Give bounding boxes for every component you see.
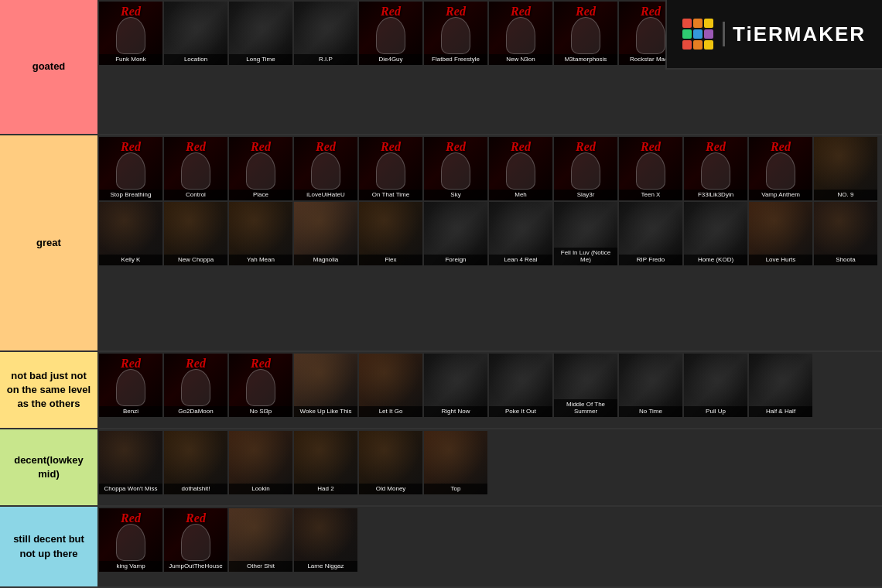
track-item[interactable]: Right Now xyxy=(424,354,487,417)
track-item[interactable]: Shoota xyxy=(814,202,877,265)
item-label: Half & Half xyxy=(749,406,812,417)
figure-art xyxy=(116,369,145,406)
track-item[interactable]: Top xyxy=(424,431,487,494)
track-item[interactable]: RediLoveUiHateU xyxy=(294,137,357,200)
logo-grid xyxy=(682,19,713,50)
track-item[interactable]: New Choppa xyxy=(164,202,227,265)
track-item[interactable]: RIP Fredo xyxy=(619,202,682,265)
item-label: Flatbed Freestyle xyxy=(424,54,487,65)
track-item[interactable]: dothatshit! xyxy=(164,431,227,494)
item-label: JumpOutTheHouse xyxy=(164,561,227,572)
tier-items-still-decent: Redking VampRedJumpOutTheHouseOther Shit… xyxy=(97,507,882,586)
track-item[interactable]: Middle Of The Summer xyxy=(554,354,617,417)
tier-row-great: greatRedStop BreathingRedControlRedPlace… xyxy=(0,135,882,352)
track-item[interactable]: Lean 4 Real xyxy=(489,202,552,265)
track-item[interactable]: NO. 9 xyxy=(814,137,877,200)
track-item[interactable]: RedTeen X xyxy=(619,137,682,200)
item-label: Choppa Won't Miss xyxy=(99,484,162,494)
logo-grid-cell xyxy=(693,29,703,39)
item-label: Lookin xyxy=(229,484,292,494)
item-label: iLoveUiHateU xyxy=(294,190,357,200)
item-label: Foreign xyxy=(424,255,487,265)
track-item[interactable]: RedNo Sl3p xyxy=(229,354,292,417)
track-item[interactable]: Lookin xyxy=(229,431,292,494)
track-item[interactable]: Long Time xyxy=(229,2,292,65)
track-item[interactable]: Love Hurts xyxy=(749,202,812,265)
track-item[interactable]: RedOn That Time xyxy=(359,137,422,200)
track-item[interactable]: RedControl xyxy=(164,137,227,200)
track-item[interactable]: Choppa Won't Miss xyxy=(99,431,162,494)
track-item[interactable]: Old Money xyxy=(359,431,422,494)
track-item[interactable]: RedNew N3on xyxy=(489,2,552,65)
track-item[interactable]: RedF33lLik3Dyin xyxy=(684,137,747,200)
track-item[interactable]: Woke Up Like This xyxy=(294,354,357,417)
tier-row-not-bad: not bad just not on the same level as th… xyxy=(0,352,882,429)
tier-label-not-bad: not bad just not on the same level as th… xyxy=(0,352,97,428)
item-label: Place xyxy=(229,190,292,200)
tiermaker-header: TiERMAKER xyxy=(665,0,882,70)
track-item[interactable]: Other Shit xyxy=(229,508,292,572)
track-item[interactable]: Redking Vamp xyxy=(99,508,162,572)
track-item[interactable]: RedMeh xyxy=(489,137,552,200)
item-label: Let It Go xyxy=(359,406,422,417)
item-label: Long Time xyxy=(229,54,292,65)
figure-art xyxy=(506,152,535,190)
track-item[interactable]: RedVamp Anthem xyxy=(749,137,812,200)
item-label: Other Shit xyxy=(229,561,292,572)
track-item[interactable]: RedGo2DaMoon xyxy=(164,354,227,417)
item-label: F33lLik3Dyin xyxy=(684,190,747,200)
item-label: New Choppa xyxy=(164,255,227,265)
track-item[interactable]: Yah Mean xyxy=(229,202,292,265)
track-item[interactable]: Fell In Luv (Notice Me) xyxy=(554,202,617,265)
track-item[interactable]: Flex xyxy=(359,202,422,265)
tiermaker-logo-text: TiERMAKER xyxy=(723,22,866,46)
figure-art xyxy=(116,524,145,561)
figure-art xyxy=(246,369,275,406)
figure-art xyxy=(181,369,210,406)
track-item[interactable]: Lame Niggaz xyxy=(294,508,357,572)
item-label: Kelly K xyxy=(99,255,162,265)
logo-grid-cell xyxy=(704,40,713,50)
item-label: Middle Of The Summer xyxy=(554,399,617,417)
track-item[interactable]: Half & Half xyxy=(749,354,812,417)
item-label: Vamp Anthem xyxy=(749,190,812,200)
track-item[interactable]: Home (KOD) xyxy=(684,202,747,265)
track-item[interactable]: RedStop Breathing xyxy=(99,137,162,200)
figure-art xyxy=(116,152,145,190)
track-item[interactable]: Had 2 xyxy=(294,431,357,494)
track-item[interactable]: RedJumpOutTheHouse xyxy=(164,508,227,572)
track-item[interactable]: Poke It Out xyxy=(489,354,552,417)
track-item[interactable]: Magnolia xyxy=(294,202,357,265)
track-item[interactable]: R.I.P xyxy=(294,2,357,65)
tier-list: TiERMAKER goatedRedFunk MonkLocationLong… xyxy=(0,0,882,588)
track-item[interactable]: Kelly K xyxy=(99,202,162,265)
track-item[interactable]: RedBenzi xyxy=(99,354,162,417)
item-label: M3tamorphosis xyxy=(554,54,617,65)
track-item[interactable]: RedFunk Monk xyxy=(99,2,162,65)
figure-art xyxy=(181,524,210,561)
item-label: Had 2 xyxy=(294,484,357,494)
tier-items-decent: Choppa Won't Missdothatshit!LookinHad 2O… xyxy=(97,429,882,505)
track-item[interactable]: Location xyxy=(164,2,227,65)
item-label: NO. 9 xyxy=(814,190,877,200)
item-label: Shoota xyxy=(814,255,877,265)
item-label: Benzi xyxy=(99,406,162,417)
logo-grid-cell xyxy=(704,19,713,28)
track-item[interactable]: Pull Up xyxy=(684,354,747,417)
figure-art xyxy=(376,152,405,190)
logo-grid-cell xyxy=(693,40,703,50)
track-item[interactable]: RedSlay3r xyxy=(554,137,617,200)
figure-art xyxy=(506,17,535,54)
track-item[interactable]: Let It Go xyxy=(359,354,422,417)
track-item[interactable]: RedPlace xyxy=(229,137,292,200)
item-label: No Sl3p xyxy=(229,406,292,417)
track-item[interactable]: RedM3tamorphosis xyxy=(554,2,617,65)
track-item[interactable]: Foreign xyxy=(424,202,487,265)
track-item[interactable]: RedDie4Guy xyxy=(359,2,422,65)
track-item[interactable]: RedFlatbed Freestyle xyxy=(424,2,487,65)
track-item[interactable]: RedSky xyxy=(424,137,487,200)
item-label: Lame Niggaz xyxy=(294,561,357,572)
item-label: Funk Monk xyxy=(99,54,162,65)
figure-art xyxy=(311,152,340,190)
track-item[interactable]: No Time xyxy=(619,354,682,417)
